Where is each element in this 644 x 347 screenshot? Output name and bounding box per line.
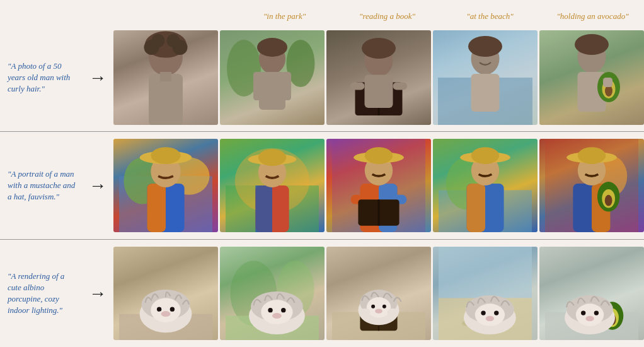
svg-point-18 bbox=[362, 38, 396, 59]
image-row2-col2 bbox=[326, 139, 431, 232]
svg-rect-6 bbox=[149, 74, 183, 125]
image-row2-col3 bbox=[433, 139, 538, 232]
column-headers: "in the park" "reading a book" "at the b… bbox=[0, 0, 644, 24]
images-row3 bbox=[113, 247, 644, 340]
svg-point-89 bbox=[268, 308, 272, 312]
image-row1-col3 bbox=[433, 30, 538, 125]
image-grid: "A photo of a 50 years old man with curl… bbox=[0, 24, 644, 347]
main-container: "in the park" "reading a book" "at the b… bbox=[0, 0, 644, 347]
svg-point-99 bbox=[382, 305, 386, 309]
svg-point-27 bbox=[575, 34, 609, 55]
svg-point-57 bbox=[365, 147, 393, 164]
image-row2-col1 bbox=[220, 139, 325, 232]
image-row2-col0 bbox=[113, 139, 218, 232]
col-label-beach: "at the beach" bbox=[439, 11, 541, 21]
svg-point-122 bbox=[594, 310, 599, 315]
arrow-icon-row1: → bbox=[89, 68, 106, 88]
svg-point-78 bbox=[151, 298, 180, 322]
arrow-icon-row2: → bbox=[89, 175, 106, 196]
image-row1-col1 bbox=[220, 30, 325, 125]
image-row3-col4 bbox=[539, 247, 644, 340]
arrow-row1: → bbox=[82, 68, 113, 88]
svg-rect-37 bbox=[147, 184, 166, 232]
svg-point-79 bbox=[161, 311, 171, 317]
svg-rect-32 bbox=[603, 78, 612, 87]
svg-point-40 bbox=[151, 147, 180, 164]
prompt-realistic-man: "A photo of a 50 years old man with curl… bbox=[0, 61, 82, 95]
svg-rect-102 bbox=[439, 247, 532, 298]
svg-rect-19 bbox=[365, 75, 393, 109]
images-row2 bbox=[113, 139, 644, 232]
svg-point-96 bbox=[367, 297, 391, 318]
arrow-icon-row3: → bbox=[89, 283, 106, 303]
image-row1-col4 bbox=[539, 30, 644, 125]
prompt-fauvism: "A portrait of a man with a mustache and… bbox=[0, 168, 82, 203]
svg-point-98 bbox=[371, 305, 375, 309]
image-row1-col0 bbox=[113, 30, 218, 125]
svg-point-97 bbox=[375, 309, 382, 313]
image-row2-col4 bbox=[539, 139, 644, 232]
svg-point-120 bbox=[585, 316, 594, 321]
image-row3-col3 bbox=[433, 247, 538, 340]
arrow-row3: → bbox=[82, 283, 113, 303]
svg-point-109 bbox=[486, 316, 494, 321]
svg-point-47 bbox=[258, 149, 286, 166]
svg-point-90 bbox=[281, 308, 285, 312]
svg-point-11 bbox=[257, 38, 287, 57]
svg-point-74 bbox=[578, 147, 606, 164]
image-row3-col0 bbox=[113, 247, 218, 340]
col-label-avocado: "holding an avocado" bbox=[541, 11, 644, 21]
svg-rect-25 bbox=[471, 74, 500, 112]
svg-rect-21 bbox=[393, 83, 408, 90]
svg-rect-61 bbox=[466, 184, 485, 232]
svg-rect-14 bbox=[282, 72, 291, 100]
svg-rect-20 bbox=[350, 83, 365, 90]
prompt-hedgehog: "A rendering of a cute albino porcupine,… bbox=[0, 271, 82, 317]
row-hedgehog: "A rendering of a cute albino porcupine,… bbox=[0, 239, 644, 347]
svg-point-119 bbox=[576, 303, 604, 326]
image-row1-col2 bbox=[326, 30, 431, 125]
col-label-book: "reading a book" bbox=[336, 11, 439, 21]
svg-point-88 bbox=[272, 313, 282, 319]
col-label-park: "in the park" bbox=[233, 11, 336, 21]
arrow-row2: → bbox=[82, 175, 113, 196]
svg-point-108 bbox=[475, 303, 505, 326]
row-realistic-man: "A photo of a 50 years old man with curl… bbox=[0, 24, 644, 131]
svg-point-111 bbox=[494, 310, 498, 315]
svg-rect-13 bbox=[253, 72, 263, 100]
image-row3-col2 bbox=[326, 247, 431, 340]
images-row1 bbox=[113, 30, 644, 125]
svg-point-101 bbox=[387, 309, 398, 316]
svg-point-71 bbox=[605, 195, 612, 206]
svg-point-87 bbox=[261, 300, 292, 324]
svg-point-4 bbox=[152, 34, 165, 47]
svg-rect-44 bbox=[255, 185, 272, 232]
image-row3-col1 bbox=[220, 247, 325, 340]
svg-point-121 bbox=[581, 310, 585, 315]
row-fauvism: "A portrait of a man with a mustache and… bbox=[0, 131, 644, 239]
svg-point-24 bbox=[468, 36, 502, 57]
svg-rect-12 bbox=[259, 72, 285, 110]
svg-rect-7 bbox=[160, 72, 171, 81]
svg-point-110 bbox=[481, 310, 485, 315]
svg-point-100 bbox=[359, 309, 371, 316]
svg-point-64 bbox=[471, 147, 499, 164]
svg-point-80 bbox=[157, 307, 161, 311]
svg-point-5 bbox=[167, 34, 180, 47]
svg-point-81 bbox=[170, 307, 175, 311]
